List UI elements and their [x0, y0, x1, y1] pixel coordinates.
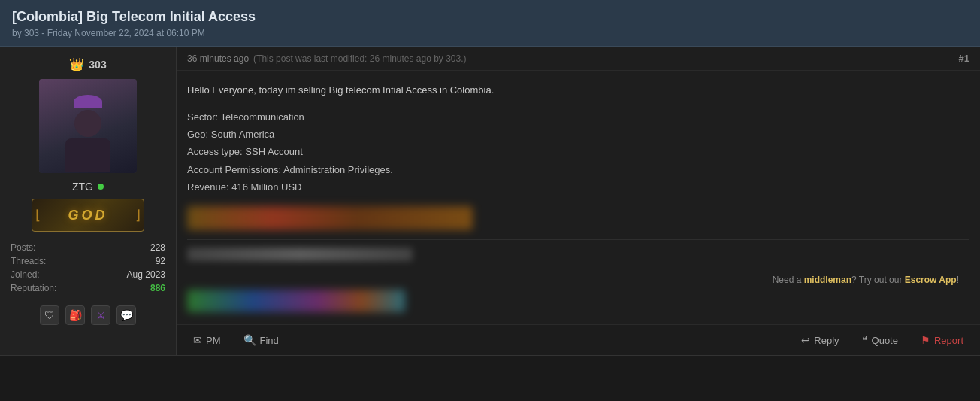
middleman-word: middleman — [804, 275, 851, 285]
post-number: #1 — [959, 53, 969, 64]
middleman-text-after: ! — [957, 275, 959, 285]
joined-label: Joined: — [11, 269, 40, 280]
avatar-hair — [74, 95, 102, 108]
chat-icon-button[interactable]: 💬 — [116, 305, 136, 325]
online-indicator — [98, 184, 104, 190]
badge-wing-left: ⌊ — [35, 207, 41, 223]
report-button[interactable]: ⚑ Report — [915, 331, 969, 349]
pm-icon: ✉ — [193, 334, 202, 346]
user-stats: Posts: 228 Threads: 92 Joined: Aug 2023 … — [8, 241, 168, 295]
quote-icon: ❝ — [862, 334, 868, 346]
posts-value: 228 — [150, 242, 165, 253]
escrow-link[interactable]: Escrow App — [905, 275, 957, 285]
detail-geo: Geo: South America — [187, 126, 969, 143]
footer-right-actions: ↩ Reply ❝ Quote ⚑ Report — [795, 331, 969, 349]
avatar-body — [65, 138, 110, 172]
find-icon: 🔍 — [243, 334, 256, 346]
detail-sector: Sector: Telecommunication — [187, 108, 969, 126]
reply-icon: ↩ — [801, 334, 810, 346]
redacted-image-1 — [187, 206, 473, 230]
page-header: [Colombia] Big Telecom Initial Access by… — [0, 0, 980, 47]
pm-button[interactable]: ✉ PM — [187, 331, 227, 349]
post-intro: Hello Everyone, today im selling Big tel… — [187, 83, 969, 98]
user-rank-row: 👑 303 — [69, 57, 106, 71]
post-content-area: 36 minutes ago (This post was last modif… — [177, 47, 980, 355]
quote-button[interactable]: ❝ Quote — [856, 331, 904, 349]
escrow-word: Escrow App — [905, 275, 957, 285]
badge-text: GOD — [68, 208, 107, 223]
post-body: Hello Everyone, today im selling Big tel… — [177, 71, 980, 324]
post-meta: 36 minutes ago (This post was last modif… — [177, 47, 980, 71]
avatar — [39, 79, 137, 173]
detail-permissions: Account Permissions: Administration Priv… — [187, 161, 969, 178]
user-sidebar: 👑 303 ZTG ⌊ GOD ⌋ Posts: 228 — [0, 47, 177, 355]
reputation-label: Reputation: — [11, 283, 56, 293]
middleman-notice: Need a middleman? Try out our Escrow App… — [187, 270, 969, 290]
stat-posts: Posts: 228 — [8, 241, 168, 254]
stat-joined: Joined: Aug 2023 — [8, 268, 168, 281]
page-title: [Colombia] Big Telecom Initial Access — [12, 9, 968, 25]
badge-wing-right: ⌋ — [135, 207, 141, 223]
username: ZTG — [72, 181, 93, 193]
detail-revenue: Revenue: 416 Million USD — [187, 178, 969, 196]
find-label: Find — [260, 335, 279, 346]
vip-icon-button[interactable]: 🛡 — [40, 305, 59, 325]
avatar-image — [39, 79, 137, 173]
username-row: ZTG — [72, 181, 104, 193]
redacted-image-3 — [187, 290, 405, 312]
divider-1 — [187, 239, 969, 240]
threads-value: 92 — [156, 256, 165, 266]
post-meta-left: 36 minutes ago (This post was last modif… — [187, 53, 467, 64]
redacted-image-2 — [187, 248, 413, 261]
inventory-icon-button[interactable]: 🎒 — [65, 305, 85, 325]
reply-label: Reply — [814, 335, 839, 346]
god-badge: ⌊ GOD ⌋ — [32, 199, 144, 232]
reply-button[interactable]: ↩ Reply — [795, 331, 845, 349]
stat-reputation: Reputation: 886 — [8, 281, 168, 295]
report-icon: ⚑ — [921, 334, 930, 346]
reputation-value: 886 — [150, 283, 165, 293]
footer-left-actions: ✉ PM 🔍 Find — [187, 331, 285, 349]
stat-threads: Threads: 92 — [8, 254, 168, 268]
joined-value: Aug 2023 — [127, 269, 165, 280]
crown-icon: 👑 — [69, 57, 84, 71]
quote-label: Quote — [872, 335, 898, 346]
post-footer: ✉ PM 🔍 Find ↩ Reply ❝ Quote ⚑ — [177, 324, 980, 355]
report-label: Report — [934, 335, 963, 346]
user-post-count: 303 — [89, 59, 106, 71]
middleman-text-before: Need a — [773, 275, 804, 285]
trade-icon-button[interactable]: ⚔ — [91, 305, 110, 325]
post-details: Sector: Telecommunication Geo: South Ame… — [187, 108, 969, 196]
post-modified: (This post was last modified: 26 minutes… — [253, 53, 466, 64]
detail-access-type: Access type: SSH Account — [187, 143, 969, 160]
pm-label: PM — [206, 335, 221, 346]
threads-label: Threads: — [11, 256, 46, 266]
user-action-buttons: 🛡 🎒 ⚔ 💬 — [40, 305, 136, 325]
avatar-head — [74, 110, 101, 137]
middleman-link[interactable]: middleman — [804, 275, 851, 285]
find-button[interactable]: 🔍 Find — [237, 331, 285, 349]
post-container: 👑 303 ZTG ⌊ GOD ⌋ Posts: 228 — [0, 47, 980, 356]
avatar-silhouette — [58, 89, 118, 164]
posts-label: Posts: — [11, 242, 35, 253]
middleman-text-middle: ? Try out our — [851, 275, 905, 285]
page-subtitle: by 303 - Friday November 22, 2024 at 06:… — [12, 28, 968, 38]
post-time: 36 minutes ago — [187, 53, 249, 64]
